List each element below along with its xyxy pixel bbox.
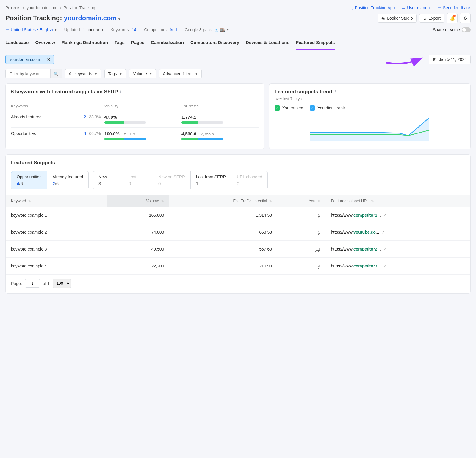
keyword-search-button[interactable]: 🔍 <box>50 69 62 78</box>
external-link-icon[interactable]: ↗ <box>381 230 385 234</box>
pill-new[interactable]: New3 <box>93 171 123 189</box>
add-competitors-link[interactable]: Add <box>170 27 177 32</box>
cell-you: 2 <box>277 207 325 224</box>
position-tracking-app-link[interactable]: ▢Position Tracking App <box>349 5 395 10</box>
external-link-icon[interactable]: ↗ <box>383 247 387 251</box>
tags-dropdown[interactable]: Tags▼ <box>104 69 126 78</box>
svg-marker-0 <box>310 118 429 141</box>
chevron-down-icon: ▼ <box>195 72 198 75</box>
keyword-filter-input[interactable] <box>6 69 50 78</box>
kpi-count[interactable]: 2 <box>84 114 88 119</box>
export-icon: ⤓ <box>423 16 427 21</box>
tab-tags[interactable]: Tags <box>115 37 125 50</box>
external-link-icon[interactable]: ↗ <box>383 264 387 268</box>
chevron-right-icon: › <box>60 5 61 10</box>
breadcrumb-current: Position Tracking <box>63 5 95 10</box>
kpi-card: 6 keywords with Featured snippets on SER… <box>5 83 264 149</box>
tab-cannibalization[interactable]: Cannibalization <box>151 37 184 50</box>
chevron-down-icon: ▼ <box>149 72 152 75</box>
cell-volume: 74,000 <box>107 224 169 241</box>
settings-button[interactable]: ⚙ <box>460 13 471 23</box>
main-tabs: LandscapeOverviewRankings DistributionTa… <box>5 37 471 50</box>
pill-url-changed[interactable]: URL changed0 <box>231 171 267 189</box>
tab-devices-locations[interactable]: Devices & Locations <box>246 37 289 50</box>
domain-selector[interactable]: yourdomain.com ▾ <box>64 14 120 22</box>
looker-icon: ◉ <box>381 16 385 21</box>
advanced-filters-dropdown[interactable]: Advanced filters▼ <box>159 69 202 78</box>
cell-keyword[interactable]: keyword example 2 <box>6 224 107 241</box>
export-button[interactable]: ⤓ Export <box>419 14 444 23</box>
col-keyword[interactable]: Keyword ⇅ <box>6 195 107 207</box>
col-volume[interactable]: Volume ⇅ <box>107 195 169 207</box>
keywords-count-link[interactable]: 14 <box>132 27 137 32</box>
cell-etp: 663.53 <box>169 224 277 241</box>
pill-new-on-serp[interactable]: New on SERP0 <box>153 171 190 189</box>
info-icon[interactable]: i <box>335 89 336 94</box>
g3pack-pin-icon[interactable]: ◎ <box>215 27 218 32</box>
tab-landscape[interactable]: Landscape <box>5 37 29 50</box>
featured-snippets-card: Featured Snippets Opportunities4/6Alread… <box>5 154 471 294</box>
cell-volume: 22,200 <box>107 258 169 275</box>
keywords-meta: Keywords: 14 <box>110 27 136 32</box>
pill-already-featured[interactable]: Already featured2/6 <box>47 171 88 189</box>
page-input[interactable] <box>25 279 40 288</box>
cell-keyword[interactable]: keyword example 3 <box>6 241 107 258</box>
col-you[interactable]: You ⇅ <box>277 195 325 207</box>
send-feedback-link[interactable]: ▭Send feedback <box>437 5 471 10</box>
gear-icon: ⚙ <box>464 16 467 21</box>
cell-url[interactable]: https://www.youtube.co...↗ <box>326 224 470 241</box>
domain-filter-chip: yourdomain.com ✕ <box>5 55 54 64</box>
chevron-down-icon: ▾ <box>55 28 57 32</box>
notifications-button[interactable]: 🔔 <box>447 13 458 23</box>
tab-competitors-discovery[interactable]: Competitors Discovery <box>190 37 239 50</box>
user-manual-link[interactable]: ▤User manual <box>401 5 430 10</box>
competitors-meta: Competitors: Add <box>144 27 177 32</box>
col-etp[interactable]: Est. Traffic potential ⇅ <box>169 195 277 207</box>
cell-etp: 1,314.50 <box>169 207 277 224</box>
pill-lost[interactable]: Lost0 <box>123 171 153 189</box>
callout-arrow <box>384 55 426 66</box>
monitor-icon: ▭ <box>5 27 9 32</box>
volume-dropdown[interactable]: Volume▼ <box>129 69 156 78</box>
legend-ranked[interactable]: ✓ You ranked <box>275 105 303 111</box>
cell-url[interactable]: https://www.competitor1...↗ <box>326 207 470 224</box>
page-size-select[interactable]: 100 <box>53 279 71 288</box>
all-keywords-dropdown[interactable]: All keywords▼ <box>65 69 101 78</box>
pill-lost-from-serp[interactable]: Lost from SERP1 <box>190 171 231 189</box>
col-url[interactable]: Featured snippet URL ⇅ <box>326 195 470 207</box>
page-title: Position Tracking: yourdomain.com ▾ <box>5 14 120 22</box>
legend-not-ranked[interactable]: ✓ You didn't rank <box>310 105 345 111</box>
breadcrumb-projects[interactable]: Projects <box>5 5 21 10</box>
date-range-picker[interactable]: 🗓 Jan 5-11, 2024 <box>429 55 471 64</box>
cell-you: 4 <box>277 258 325 275</box>
book-icon: ▤ <box>401 5 405 10</box>
looker-studio-button[interactable]: ◉ Looker Studio <box>378 14 416 23</box>
g3pack-store-icon[interactable]: 🏬 <box>220 27 225 32</box>
table-row: keyword example 1165,0001,314.502https:/… <box>6 207 470 224</box>
pill-opportunities[interactable]: Opportunities4/6 <box>11 171 47 189</box>
tab-pages[interactable]: Pages <box>131 37 144 50</box>
remove-domain-chip[interactable]: ✕ <box>44 55 54 64</box>
tab-rankings-distribution[interactable]: Rankings Distribution <box>62 37 108 50</box>
check-icon: ✓ <box>275 105 280 111</box>
cell-keyword[interactable]: keyword example 1 <box>6 207 107 224</box>
cell-volume: 165,000 <box>107 207 169 224</box>
kpi-row-name: Already featured <box>11 111 69 128</box>
cell-url[interactable]: https://www.competitor2...↗ <box>326 241 470 258</box>
google-3pack-meta: Google 3-pack: ◎ 🏬 ▾ <box>185 27 229 32</box>
cell-keyword[interactable]: keyword example 4 <box>6 258 107 275</box>
cell-url[interactable]: https://www.competitor3...↗ <box>326 258 470 275</box>
chevron-right-icon: › <box>23 5 24 10</box>
locale-selector[interactable]: ▭ United States • English ▾ <box>5 27 57 32</box>
info-icon[interactable]: i <box>120 89 121 94</box>
trend-card-title: Featured snippets trend <box>275 89 332 95</box>
kpi-count[interactable]: 4 <box>84 131 88 136</box>
share-of-voice-toggle[interactable] <box>462 27 471 32</box>
breadcrumb-domain[interactable]: yourdomain.com <box>26 5 57 10</box>
kpi-card-title: 6 keywords with Featured snippets on SER… <box>11 89 118 95</box>
featured-snippets-title: Featured Snippets <box>6 160 470 166</box>
tab-overview[interactable]: Overview <box>35 37 55 50</box>
tab-featured-snippets[interactable]: Featured Snippets <box>296 37 335 50</box>
chevron-down-icon: ▾ <box>118 17 120 21</box>
external-link-icon[interactable]: ↗ <box>383 213 387 218</box>
